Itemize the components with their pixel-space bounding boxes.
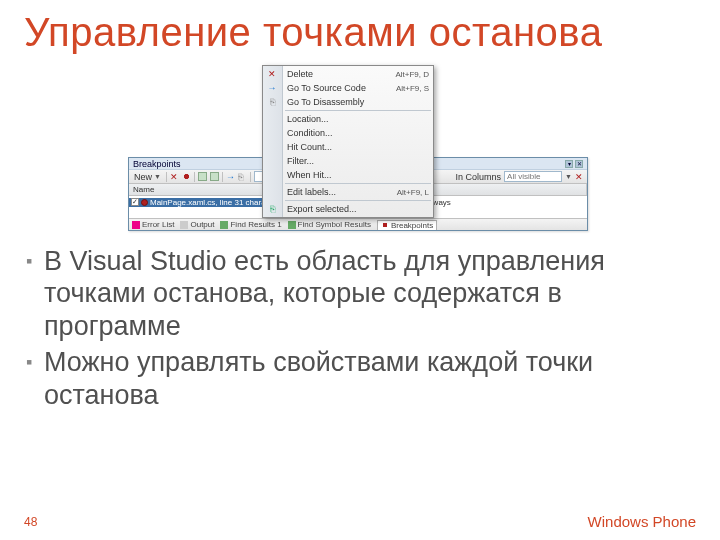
new-button[interactable]: New ▼	[132, 172, 163, 182]
tab-errorlist[interactable]: Error List	[132, 220, 174, 229]
context-menu: ✕ Delete Alt+F9, D → Go To Source Code A…	[262, 65, 434, 218]
delete-icon: ✕	[266, 68, 278, 80]
dropdown-icon[interactable]: ▾	[565, 160, 573, 168]
close-icon[interactable]: ✕	[575, 160, 583, 168]
menu-filter[interactable]: Filter...	[263, 154, 433, 168]
bullet-marker-icon: ▪	[26, 245, 44, 342]
tab-output[interactable]: Output	[180, 220, 214, 229]
menu-whenhit[interactable]: When Hit...	[263, 168, 433, 182]
columns-input[interactable]	[504, 171, 562, 182]
breakpoint-icon	[141, 199, 148, 206]
slide-title: Управление точками останова	[0, 0, 720, 61]
export-icon: ⎘	[266, 203, 278, 215]
bullet-text: В Visual Studio есть область для управле…	[44, 245, 694, 342]
body-text: ▪ В Visual Studio есть область для управ…	[0, 245, 720, 411]
slide-footer: 48 Windows Phone	[0, 513, 720, 530]
menu-export[interactable]: ⎘ Export selected...	[263, 202, 433, 216]
tab-findsymbol[interactable]: Find Symbol Results	[288, 220, 371, 229]
new-label: New	[134, 172, 152, 182]
import-icon[interactable]	[210, 172, 219, 181]
tab-findresults[interactable]: Find Results 1	[220, 220, 281, 229]
menu-editlabels[interactable]: Edit labels... Alt+F9, L	[263, 185, 433, 199]
goto-disasm-icon[interactable]: ⎘	[238, 172, 247, 181]
toggle-icon[interactable]	[182, 172, 191, 181]
delete-all-icon[interactable]: ✕	[170, 172, 179, 181]
bullet-text: Можно управлять свойствами каждой точки …	[44, 346, 694, 411]
menu-condition[interactable]: Condition...	[263, 126, 433, 140]
export-icon[interactable]	[198, 172, 207, 181]
panel-footer-tabs: Error List Output Find Results 1 Find Sy…	[129, 218, 587, 230]
clear-search-icon[interactable]: ✕	[575, 172, 584, 181]
menu-delete[interactable]: ✕ Delete Alt+F9, D	[263, 67, 433, 81]
menu-hitcount[interactable]: Hit Count...	[263, 140, 433, 154]
chevron-down-icon: ▼	[154, 173, 161, 180]
tab-breakpoints[interactable]: Breakpoints	[377, 220, 437, 230]
panel-title: Breakpoints	[133, 159, 181, 169]
vs-screenshot-area: Breakpoints ▾ ✕ New ▼ ✕ → ⎘ ▼ In Columns	[128, 65, 588, 235]
page-number: 48	[24, 515, 37, 529]
bullet-item: ▪ В Visual Studio есть область для управ…	[26, 245, 694, 342]
menu-goto-disassembly[interactable]: ⎘ Go To Disassembly	[263, 95, 433, 109]
in-columns-label: In Columns	[456, 172, 502, 182]
goto-source-icon[interactable]: →	[226, 172, 235, 181]
menu-location[interactable]: Location...	[263, 112, 433, 126]
bullet-marker-icon: ▪	[26, 346, 44, 411]
menu-goto-source[interactable]: → Go To Source Code Alt+F9, S	[263, 81, 433, 95]
brand-label: Windows Phone	[588, 513, 696, 530]
checkbox-icon[interactable]: ✓	[131, 198, 139, 206]
bullet-item: ▪ Можно управлять свойствами каждой точк…	[26, 346, 694, 411]
goto-source-icon: →	[266, 82, 278, 94]
goto-disasm-icon: ⎘	[266, 96, 278, 108]
